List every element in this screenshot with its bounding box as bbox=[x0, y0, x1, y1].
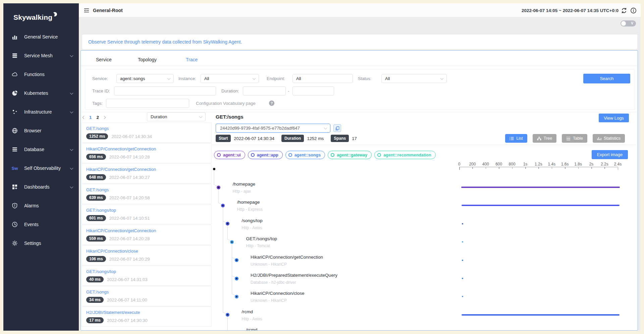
tab-topology[interactable]: Topology bbox=[138, 57, 157, 62]
span-dot[interactable] bbox=[235, 295, 238, 298]
trace-endpoint-name[interactable]: HikariCP/Connection/close bbox=[86, 249, 207, 254]
trace-endpoint-name[interactable]: GET:/songs bbox=[86, 126, 207, 131]
span-name[interactable]: /homepage bbox=[232, 182, 255, 187]
service-chip[interactable]: agent::app bbox=[248, 151, 283, 159]
vocabulary-link[interactable]: Configuration Vocabulary page bbox=[196, 99, 256, 108]
span-dot[interactable] bbox=[217, 186, 220, 189]
view-mode-table[interactable]: Table bbox=[562, 134, 587, 143]
sidebar-item-self-observability[interactable]: SwSelf Observability bbox=[3, 159, 79, 178]
trace-list-item[interactable]: GET:/songs/top601 ms2022-06-07 14:10:51 bbox=[81, 204, 212, 224]
trace-id-select[interactable]: 24420d99-9739-4faf-9575-e77b2dadf647 bbox=[216, 124, 330, 133]
span-dot[interactable] bbox=[226, 222, 229, 225]
span-name[interactable]: /songs/top bbox=[241, 218, 262, 223]
trace-list-item[interactable]: H2/JDBI/Statement/execute17 ms2022-06-07… bbox=[81, 307, 212, 327]
prev-page-icon[interactable] bbox=[83, 116, 86, 119]
sidebar-item-events[interactable]: Events bbox=[3, 215, 79, 234]
span-name[interactable]: HikariCP/Connection/close bbox=[251, 291, 305, 296]
trace-list-item[interactable]: HikariCP/Connection/getConnection559 ms2… bbox=[81, 225, 212, 245]
axis-tick-label: 400 bbox=[482, 162, 489, 166]
sidebar-item-general-service[interactable]: General Service bbox=[3, 27, 79, 46]
sidebar-item-dashboards[interactable]: Dashboards bbox=[3, 178, 79, 196]
span-name[interactable]: GET:/songs/top bbox=[246, 236, 277, 241]
span-dot[interactable] bbox=[235, 277, 238, 280]
sidebar-item-browser[interactable]: Browser bbox=[3, 121, 79, 140]
trace-id-input[interactable] bbox=[114, 86, 216, 95]
span-duration-bar[interactable] bbox=[461, 187, 620, 188]
axis-tick-mark bbox=[512, 167, 513, 169]
span-duration-bar[interactable] bbox=[462, 241, 463, 243]
trace-start-time: 2022-06-07 14:11:00 bbox=[107, 297, 147, 303]
sidebar-item-service-mesh[interactable]: Service Mesh bbox=[3, 46, 79, 65]
trace-endpoint-name[interactable]: HikariCP/Connection/getConnection bbox=[86, 146, 207, 151]
span-layer-detail: Http - ajax bbox=[232, 189, 251, 194]
span-name[interactable]: /rcmd bbox=[246, 327, 258, 331]
span-duration-bar[interactable] bbox=[462, 223, 463, 224]
trace-endpoint-name[interactable]: HikariCP/Connection/getConnection bbox=[86, 167, 207, 172]
service-select[interactable]: agent::songs bbox=[116, 74, 174, 83]
sidebar-item-kubernetes[interactable]: Kubernetes bbox=[3, 84, 79, 103]
trace-list-item[interactable]: HikariCP/Connection/getConnection656 ms2… bbox=[81, 143, 212, 163]
tags-input[interactable] bbox=[106, 99, 189, 108]
sidebar-item-database[interactable]: Database bbox=[3, 140, 79, 159]
duration-max-input[interactable] bbox=[292, 86, 334, 95]
collapse-menu-icon[interactable] bbox=[84, 7, 90, 13]
status-select[interactable]: All bbox=[381, 74, 447, 83]
span-name[interactable]: H2/JDBI/PreparedStatement/executeQuery bbox=[251, 273, 337, 278]
span-dot[interactable] bbox=[226, 313, 229, 317]
trace-list-item[interactable]: GET:/songs639 ms2022-06-07 14:20:58 bbox=[81, 184, 212, 204]
span-duration-bar[interactable] bbox=[462, 205, 620, 206]
span-name[interactable]: HikariCP/Connection/getConnection bbox=[251, 255, 323, 260]
chevron-down-icon bbox=[70, 185, 73, 189]
sort-select[interactable]: Duration bbox=[147, 112, 206, 121]
sidebar-item-infrastructure[interactable]: Infrastructure bbox=[3, 103, 79, 121]
service-chip[interactable]: agent::ui bbox=[214, 151, 245, 159]
span-duration-bar[interactable] bbox=[462, 278, 463, 279]
view-logs-button[interactable]: View Logs bbox=[599, 114, 629, 122]
duration-min-input[interactable] bbox=[243, 86, 286, 95]
page-number[interactable]: 1 bbox=[89, 115, 92, 120]
trace-start-time: 2022-06-07 14:30:34 bbox=[111, 134, 152, 139]
trace-endpoint-name[interactable]: GET:/songs/top bbox=[86, 208, 207, 213]
view-mode-tree[interactable]: Tree bbox=[533, 134, 556, 143]
view-mode-statistics[interactable]: Statistics bbox=[593, 134, 625, 143]
time-range-picker[interactable]: 2022-06-07 14:05 ~ 2022-06-07 14:35 UTC+… bbox=[522, 8, 619, 13]
service-chip[interactable]: agent::songs bbox=[285, 151, 325, 159]
trace-list-item[interactable]: GET:/songs/top40 ms2022-06-07 14:31:03 bbox=[81, 266, 212, 286]
span-name[interactable]: /rcmd bbox=[241, 309, 253, 314]
trace-list-item[interactable]: HikariCP/Connection/close106 ms2022-06-0… bbox=[81, 245, 212, 265]
trace-endpoint-name[interactable]: GET:/songs bbox=[86, 187, 207, 192]
service-chip[interactable]: agent::gateway bbox=[328, 151, 372, 159]
refresh-icon[interactable] bbox=[621, 7, 627, 14]
page-number[interactable]: 2 bbox=[97, 115, 99, 120]
export-image-button[interactable]: Export image bbox=[592, 150, 628, 159]
span-duration-bar[interactable] bbox=[462, 260, 463, 261]
span-name[interactable]: /homepage bbox=[237, 200, 260, 205]
trace-endpoint-name[interactable]: GET:/songs/top bbox=[86, 269, 207, 274]
tab-trace[interactable]: Trace bbox=[186, 57, 198, 62]
search-button[interactable]: Search bbox=[583, 74, 630, 83]
version-toggle[interactable]: V bbox=[621, 20, 636, 26]
trace-list-item[interactable]: GET:/songs34 ms2022-06-07 14:11:00 bbox=[81, 286, 212, 306]
next-page-icon[interactable] bbox=[103, 116, 106, 119]
trace-list-item[interactable]: GET:/songs1252 ms2022-06-07 14:30:34 bbox=[81, 123, 212, 143]
skywalking-logo[interactable]: Skywalking bbox=[13, 12, 57, 21]
help-icon[interactable]: ? bbox=[269, 101, 274, 106]
service-chip[interactable]: agent::recommendation bbox=[374, 151, 435, 159]
trace-endpoint-name[interactable]: GET:/songs bbox=[86, 289, 207, 294]
trace-list-item[interactable]: HikariCP/Connection/getConnection648 ms2… bbox=[81, 163, 212, 184]
trace-endpoint-name[interactable]: H2/JDBI/Statement/execute bbox=[86, 310, 207, 315]
sidebar-item-alarms[interactable]: Alarms bbox=[3, 196, 79, 215]
axis-tick-label: 200 bbox=[469, 162, 476, 166]
sidebar-item-settings[interactable]: Settings bbox=[3, 234, 79, 253]
span-dot[interactable] bbox=[235, 258, 238, 262]
span-duration-bar[interactable] bbox=[462, 314, 620, 316]
span-dot[interactable] bbox=[230, 240, 234, 244]
info-icon[interactable] bbox=[630, 7, 637, 14]
trace-endpoint-name[interactable]: HikariCP/Connection/getConnection bbox=[86, 228, 207, 233]
sidebar-item-functions[interactable]: Functions bbox=[3, 65, 79, 84]
view-mode-list[interactable]: List bbox=[505, 134, 527, 143]
tab-service[interactable]: Service bbox=[96, 57, 112, 62]
endpoint-input[interactable] bbox=[292, 74, 353, 83]
instance-select[interactable]: All bbox=[201, 74, 259, 83]
copy-trace-id-button[interactable] bbox=[333, 124, 341, 132]
